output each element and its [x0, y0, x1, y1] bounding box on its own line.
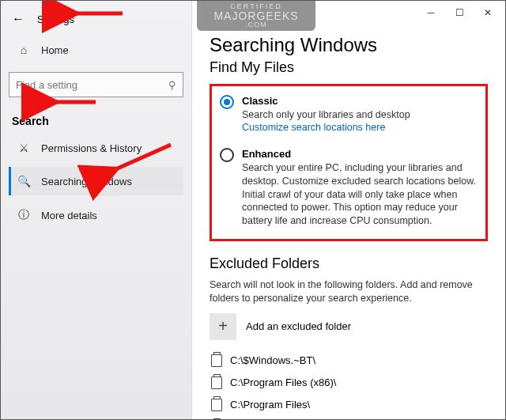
watermark: CERTIFIED MAJORGEEKS .COM [197, 1, 315, 31]
permissions-icon: ⚔ [17, 142, 30, 154]
customize-link[interactable]: Customize search locations here [242, 121, 410, 134]
folder-icon [211, 376, 222, 389]
titlebar: ─ ☐ ✕ [413, 1, 505, 25]
sidebar-item-label: Home [41, 44, 69, 56]
folder-path: C:\$Windows.~BT\ [230, 354, 315, 366]
excluded-folder-row[interactable]: C:\Program Files\ [210, 394, 488, 416]
back-button[interactable]: ← [12, 12, 25, 26]
minimize-button[interactable]: ─ [417, 2, 445, 24]
sidebar: ← Settings ⌂ Home Find a setting ⚲ Searc… [1, 1, 192, 419]
sidebar-item-label: More details [41, 210, 97, 221]
main-content: Searching Windows Find My Files Classic … [192, 1, 505, 419]
sidebar-item-label: Searching Windows [41, 176, 132, 187]
close-button[interactable]: ✕ [474, 2, 502, 24]
sidebar-item-searching-windows[interactable]: 🔍 Searching Windows [9, 167, 183, 195]
option-classic[interactable]: Classic Search only your libraries and d… [220, 94, 478, 134]
page-title: Searching Windows [210, 34, 488, 56]
highlighted-region: Classic Search only your libraries and d… [210, 84, 488, 241]
sidebar-item-more-details[interactable]: ⓘ More details [9, 200, 183, 230]
option-title: Enhanced [242, 147, 478, 161]
excluded-folder-row[interactable]: C:\ProgramData\ [210, 416, 488, 419]
option-desc: Search only your libraries and desktop [242, 108, 410, 122]
folder-path: C:\Program Files\ [230, 399, 310, 411]
section-desc: Search will not look in the following fo… [210, 278, 488, 305]
sidebar-item-label: Permissions & History [41, 142, 142, 154]
folder-icon [211, 354, 222, 367]
excluded-folder-row[interactable]: C:\$Windows.~BT\ [210, 350, 488, 372]
option-desc: Search your entire PC, including your li… [242, 161, 478, 228]
option-enhanced[interactable]: Enhanced Search your entire PC, includin… [220, 147, 478, 228]
add-excluded-folder[interactable]: + Add an excluded folder [210, 313, 488, 340]
search-icon: ⚲ [168, 79, 176, 91]
option-title: Classic [242, 94, 410, 108]
folder-path: C:\Program Files (x86)\ [230, 376, 336, 388]
window-title: Settings [37, 13, 74, 25]
section-heading: Excluded Folders [210, 255, 488, 272]
settings-window: ─ ☐ ✕ CERTIFIED MAJORGEEKS .COM ← Settin… [0, 0, 506, 420]
search-placeholder: Find a setting [16, 79, 168, 91]
add-label: Add an excluded folder [246, 320, 351, 332]
radio-icon [220, 148, 234, 162]
info-icon: ⓘ [17, 208, 30, 222]
excluded-folder-row[interactable]: C:\Program Files (x86)\ [210, 372, 488, 394]
plus-icon: + [210, 313, 236, 340]
sidebar-section: Search [9, 108, 183, 129]
search-icon: 🔍 [17, 175, 30, 187]
section-heading: Find My Files [210, 59, 488, 76]
sidebar-item-permissions[interactable]: ⚔ Permissions & History [9, 134, 183, 162]
search-input[interactable]: Find a setting ⚲ [9, 72, 183, 97]
maximize-button[interactable]: ☐ [445, 2, 474, 24]
folder-icon [211, 399, 222, 411]
sidebar-item-home[interactable]: ⌂ Home [9, 36, 183, 64]
radio-icon [220, 95, 234, 109]
home-icon: ⌂ [17, 44, 30, 56]
